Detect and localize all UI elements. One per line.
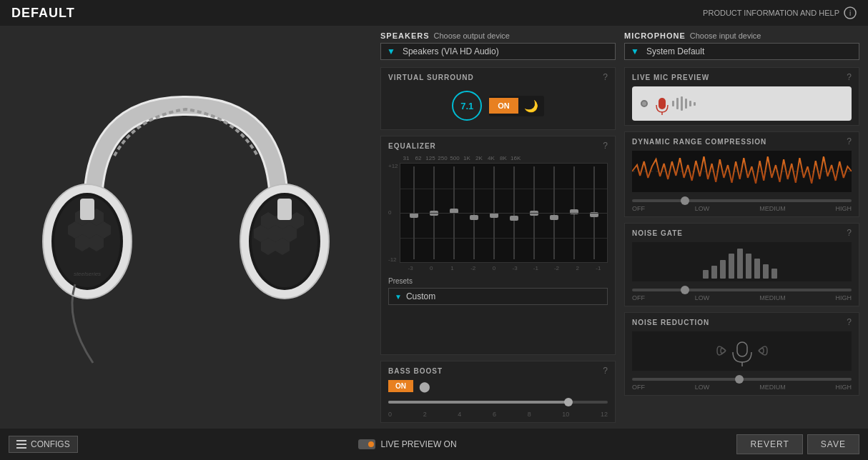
eq-area: +12 0 -12 [388, 163, 608, 263]
svg-rect-38 [711, 266, 717, 279]
live-mic-title: LIVE MIC PREVIEW [632, 74, 709, 81]
drc-slider-track[interactable] [632, 199, 852, 202]
svg-rect-30 [672, 101, 674, 106]
controls-row: VIRTUAL SURROUND ? 7.1 ON 🌙 [380, 67, 859, 423]
svg-rect-32 [681, 96, 683, 111]
drc-header: DYNAMIC RANGE COMPRESSION ? [632, 136, 852, 146]
bass-boost-help-icon[interactable]: ? [603, 366, 608, 376]
speakers-arrow-icon: ▼ [387, 46, 395, 56]
bass-slider-track[interactable] [388, 401, 608, 404]
drc-slider-row: OFF LOW MEDIUM HIGH [632, 195, 852, 212]
noise-reduction-title: NOISE REDUCTION [632, 319, 709, 326]
right-panel: SPEAKERS Choose output device ▼ Speakers… [372, 26, 868, 429]
svg-rect-43 [754, 259, 760, 279]
mic-selected: System Default [646, 46, 704, 56]
headphone-image: steelseries [36, 63, 336, 391]
main-content: steelseries SPEAKERS Choose output devic… [0, 26, 868, 429]
svg-rect-24 [277, 199, 292, 220]
toggle-moon-icon: 🌙 [518, 96, 544, 116]
drc-slider-thumb[interactable] [681, 196, 689, 205]
bass-slider-thumb[interactable] [564, 398, 573, 406]
live-preview-indicator: LIVE PREVIEW ON [358, 439, 457, 449]
eq-thumb-5[interactable] [490, 213, 498, 218]
speakers-section: SPEAKERS Choose output device ▼ Speakers… [380, 31, 616, 60]
save-button[interactable]: SAVE [807, 434, 859, 454]
virtual-surround-header: VIRTUAL SURROUND ? [388, 72, 608, 82]
live-mic-help-icon[interactable]: ? [847, 72, 852, 82]
live-preview-toggle[interactable] [358, 439, 375, 449]
mic-wave-display [655, 92, 712, 115]
noise-reduction-level-labels: OFF LOW MEDIUM HIGH [632, 384, 852, 391]
surround-badge: 7.1 [452, 91, 482, 121]
svg-rect-44 [763, 264, 769, 279]
noise-reduction-slider-thumb[interactable] [735, 375, 744, 384]
bottom-bar: CONFIGS LIVE PREVIEW ON REVERT SAVE [0, 429, 868, 460]
equalizer-help-icon[interactable]: ? [603, 141, 608, 151]
left-controls: VIRTUAL SURROUND ? 7.1 ON 🌙 [380, 67, 616, 423]
eq-thumb-8[interactable] [550, 215, 558, 220]
bass-toggle-on[interactable]: ON [388, 380, 413, 392]
speakers-select[interactable]: ▼ Speakers (VIA HD Audio) [380, 43, 616, 60]
noise-gate-slider-track[interactable] [632, 289, 852, 291]
eq-gridline-center [400, 213, 607, 214]
svg-text:steelseries: steelseries [74, 271, 101, 277]
drc-level-labels: OFF LOW MEDIUM HIGH [632, 205, 852, 212]
bass-labels: 0 2 4 6 8 10 12 [388, 411, 608, 418]
configs-list-icon [16, 440, 26, 449]
svg-rect-45 [771, 269, 777, 279]
noise-reduction-help-icon[interactable]: ? [847, 317, 852, 327]
bass-boost-section: BASS BOOST ? ON ⬤ 0 [380, 361, 616, 423]
bass-toggle-circle: ⬤ [419, 381, 430, 392]
svg-rect-34 [689, 101, 691, 106]
configs-button[interactable]: CONFIGS [9, 436, 78, 453]
presets-select[interactable]: ▼ Custom [388, 288, 608, 305]
noise-gate-header: NOISE GATE ? [632, 228, 852, 238]
svg-rect-50 [16, 447, 26, 449]
virtual-surround-help-icon[interactable]: ? [603, 72, 608, 82]
svg-rect-31 [676, 98, 679, 109]
svg-text:i: i [849, 9, 851, 17]
noise-gate-slider-thumb[interactable] [681, 286, 689, 294]
speakers-main-label: SPEAKERS [380, 31, 430, 40]
equalizer-header: EQUALIZER ? [388, 141, 608, 151]
virtual-surround-toggle[interactable]: ON 🌙 [489, 96, 544, 116]
dynamic-range-compression-section: DYNAMIC RANGE COMPRESSION ? [624, 131, 859, 217]
microphone-section: MICROPHONE Choose input device ▼ System … [624, 31, 859, 60]
app-title: DEFAULT [11, 6, 75, 21]
mic-sublabel: Choose input device [690, 31, 761, 40]
svg-rect-41 [737, 249, 743, 279]
noise-gate-section: NOISE GATE ? [624, 223, 859, 306]
product-info-label: PRODUCT INFORMATION AND HELP [703, 9, 839, 17]
noise-gate-help-icon[interactable]: ? [847, 228, 852, 238]
noise-reduction-slider-track[interactable] [632, 378, 852, 381]
presets-label: Presets [388, 277, 608, 285]
drc-waveform [632, 151, 852, 192]
noise-reduction-section: NOISE REDUCTION ? [624, 312, 859, 396]
svg-rect-48 [16, 440, 26, 441]
virtual-surround-section: VIRTUAL SURROUND ? 7.1 ON 🌙 [380, 67, 616, 130]
drc-help-icon[interactable]: ? [847, 136, 852, 146]
svg-rect-46 [737, 342, 747, 356]
speakers-sublabel: Choose output device [434, 31, 510, 40]
top-bar: DEFAULT PRODUCT INFORMATION AND HELP i [0, 0, 868, 26]
equalizer-section: EQUALIZER ? 31 62 125 250 500 1K 2K 4K 8… [380, 136, 616, 355]
product-info-button[interactable]: PRODUCT INFORMATION AND HELP i [703, 6, 857, 19]
bass-toggle-row: ON ⬤ [388, 380, 608, 392]
surround-badge-text: 7.1 [460, 101, 473, 111]
svg-rect-42 [746, 254, 751, 279]
right-controls: LIVE MIC PREVIEW ? [624, 67, 859, 423]
toggle-on-label: ON [489, 98, 518, 114]
microphone-select[interactable]: ▼ System Default [624, 43, 859, 60]
eq-thumb-6[interactable] [510, 216, 518, 221]
bass-content: ON ⬤ 0 2 4 6 8 10 [388, 380, 608, 418]
bass-boost-title: BASS BOOST [388, 367, 443, 375]
mic-main-label: MICROPHONE [624, 31, 686, 40]
virtual-surround-title: VIRTUAL SURROUND [388, 74, 474, 81]
eq-thumb-1[interactable] [410, 213, 418, 218]
eq-sliders [400, 163, 608, 263]
eq-thumb-4[interactable] [470, 215, 478, 220]
surround-content: 7.1 ON 🌙 [388, 86, 608, 125]
noise-reduction-header: NOISE REDUCTION ? [632, 317, 852, 327]
revert-button[interactable]: REVERT [736, 434, 802, 454]
noise-gate-bars-svg [699, 243, 785, 279]
